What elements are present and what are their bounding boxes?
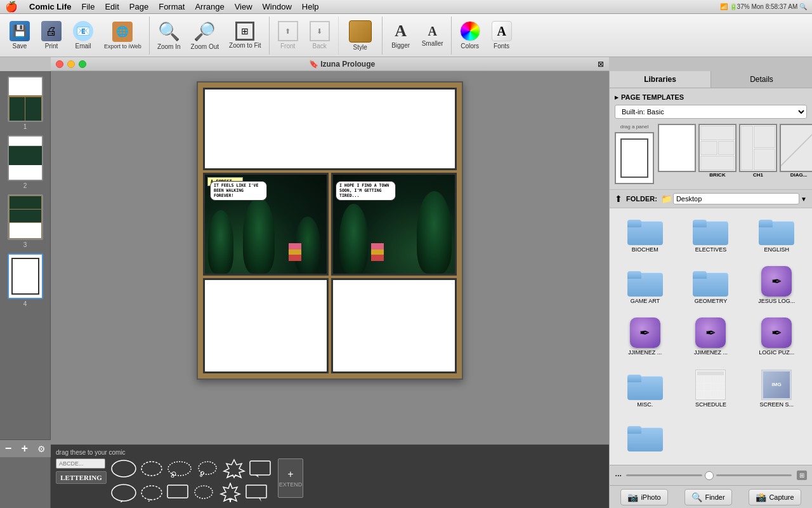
iphoto-button[interactable]: 📷 iPhoto: [620, 489, 667, 505]
file-misc-label: MISC.: [637, 401, 653, 408]
lettering-item[interactable]: LETTERING: [56, 471, 107, 484]
page-thumb-1[interactable]: 1: [6, 76, 44, 130]
right-panel: Libraries Details ▶ PAGE TEMPLATES Built…: [609, 71, 812, 508]
svg-marker-8: [224, 460, 244, 478]
smaller-button[interactable]: A Smaller: [417, 18, 449, 53]
capture-label: Capture: [769, 493, 794, 501]
file-english[interactable]: ENGLISH: [745, 212, 808, 261]
bubble-rect-3[interactable]: [245, 484, 268, 503]
colors-button[interactable]: Colors: [454, 18, 486, 53]
menu-format[interactable]: Format: [154, 1, 190, 13]
file-biochem[interactable]: BIOCHEM: [613, 212, 677, 261]
extend-area[interactable]: + EXTEND: [275, 458, 306, 498]
export-label: Export to iWeb: [104, 43, 141, 50]
template-brick[interactable]: BRICK: [698, 124, 737, 178]
page-thumb-4[interactable]: 4: [6, 253, 44, 307]
file-electives[interactable]: ELECTIVES: [679, 212, 743, 261]
bubble-cloud-1[interactable]: [166, 460, 193, 479]
capture-button[interactable]: 📸 Capture: [749, 489, 801, 505]
menu-edit[interactable]: Edit: [100, 1, 124, 13]
template-blank[interactable]: [658, 124, 696, 178]
menu-help[interactable]: Help: [297, 1, 324, 13]
traffic-light-yellow[interactable]: [67, 60, 75, 68]
style-button[interactable]: Style: [341, 18, 379, 53]
file-screen-s[interactable]: IMG SCREEN S...: [745, 367, 808, 416]
front-label: Front: [280, 43, 295, 50]
menu-window[interactable]: Window: [258, 1, 297, 13]
traffic-light-green[interactable]: [79, 60, 86, 68]
panel-forest-left[interactable]: A FOREST... IT FEELS LIKE I'VE BEEN WALK…: [203, 173, 329, 276]
print-button[interactable]: 🖨 Print: [36, 18, 67, 53]
file-jjimenez2-label: JJIMENEZ ...: [694, 349, 728, 356]
tab-details[interactable]: Details: [711, 71, 812, 88]
email-button[interactable]: 📧 Email: [67, 18, 99, 53]
zoom-out-button[interactable]: 🔎 Zoom Out: [186, 18, 224, 53]
menu-arrange[interactable]: Arrange: [190, 1, 229, 13]
bigger-button[interactable]: A Bigger: [385, 18, 417, 53]
page-settings-button[interactable]: ⚙: [37, 444, 46, 454]
fonts-button[interactable]: A Fonts: [486, 18, 518, 53]
bubble-rect-1[interactable]: [249, 460, 272, 479]
file-game-art[interactable]: GAME ART: [613, 264, 677, 312]
bubble-oval-2[interactable]: [140, 460, 164, 479]
expand-folder-icon[interactable]: ⬆: [615, 194, 622, 204]
bubble-oval-3[interactable]: [110, 483, 137, 504]
zoom-fit-button[interactable]: ⊞ Zoom to Fit: [224, 18, 266, 53]
templates-triangle: ▶: [615, 95, 619, 100]
window-resize-icon[interactable]: ⊠: [598, 60, 604, 69]
file-schedule[interactable]: SCHEDULE: [679, 367, 743, 416]
panel-top[interactable]: [203, 88, 457, 170]
file-logic-puz-label: LOGIC PUZ...: [759, 349, 794, 356]
file-logic-puz[interactable]: ✒ LOGIC PUZ...: [745, 315, 808, 364]
template-ch1[interactable]: CH1: [739, 124, 777, 178]
file-jjimenez2[interactable]: ✒ JJIMENEZ ...: [679, 315, 743, 364]
grid-view-button[interactable]: ⊞: [797, 471, 807, 480]
page-minus-button[interactable]: −: [5, 442, 12, 455]
page-templates-section: ▶ PAGE TEMPLATES Built-in: Basic drag a …: [610, 88, 812, 190]
finder-label: Finder: [705, 493, 724, 501]
page-plus-button[interactable]: +: [21, 442, 28, 455]
apple-menu[interactable]: 🍎: [5, 1, 18, 13]
tab-libraries[interactable]: Libraries: [610, 71, 711, 88]
page-thumb-3[interactable]: 3: [6, 194, 44, 248]
bubble-spiky-1[interactable]: [222, 458, 246, 480]
smaller-label: Smaller: [422, 40, 443, 47]
svg-point-1: [141, 462, 162, 476]
folder-dropdown[interactable]: Desktop: [673, 193, 799, 204]
file-jesus-log[interactable]: ✒ JESUS LOG...: [745, 264, 808, 312]
file-jesus-log-label: JESUS LOG...: [758, 298, 795, 304]
file-jjimenez1-label: JJIMENEZ ...: [628, 349, 662, 356]
menu-comic-life[interactable]: Comic Life: [24, 1, 76, 13]
template-diag[interactable]: DIAG...: [780, 124, 812, 178]
bubble-spiky-2[interactable]: [218, 483, 242, 504]
file-more[interactable]: [613, 418, 677, 461]
bubble-rect-2[interactable]: [166, 484, 189, 503]
tray-text-input[interactable]: [56, 458, 105, 469]
file-jjimenez1[interactable]: ✒ JJIMENEZ ...: [613, 315, 677, 364]
speech-bubble-2: I HOPE I FIND A TOWN SOON, I'M GETTING T…: [336, 181, 396, 201]
menu-file[interactable]: File: [76, 1, 100, 13]
panel-bottom-left[interactable]: [203, 278, 329, 373]
save-button[interactable]: 💾 Save: [4, 18, 36, 53]
traffic-light-red[interactable]: [56, 60, 63, 68]
drag-panel-area[interactable]: drag a panel: [615, 124, 654, 184]
bubble-oval-4[interactable]: [140, 484, 164, 503]
svg-rect-15: [167, 485, 188, 498]
finder-button[interactable]: 🔍 Finder: [684, 489, 731, 505]
export-button[interactable]: 🌐 Export to iWeb: [99, 18, 147, 53]
tray-header: drag these to your comic: [56, 449, 604, 456]
bubble-cloud-3[interactable]: [192, 484, 216, 503]
template-dropdown[interactable]: Built-in: Basic: [615, 105, 807, 119]
bubble-oval-1[interactable]: [110, 459, 137, 479]
zoom-in-button[interactable]: 🔍 Zoom In: [152, 18, 186, 53]
file-geometry[interactable]: GEOMETRY: [679, 264, 743, 312]
svg-point-2: [168, 462, 191, 476]
bubble-cloud-2[interactable]: [195, 460, 219, 479]
page-thumb-2[interactable]: 2: [6, 135, 44, 189]
dots-button[interactable]: ···: [615, 470, 621, 481]
menu-page[interactable]: Page: [124, 1, 154, 13]
panel-bottom-right[interactable]: [331, 278, 457, 373]
file-misc[interactable]: MISC.: [613, 367, 677, 416]
panel-forest-right[interactable]: I HOPE I FIND A TOWN SOON, I'M GETTING T…: [331, 173, 457, 276]
menu-view[interactable]: View: [230, 1, 258, 13]
